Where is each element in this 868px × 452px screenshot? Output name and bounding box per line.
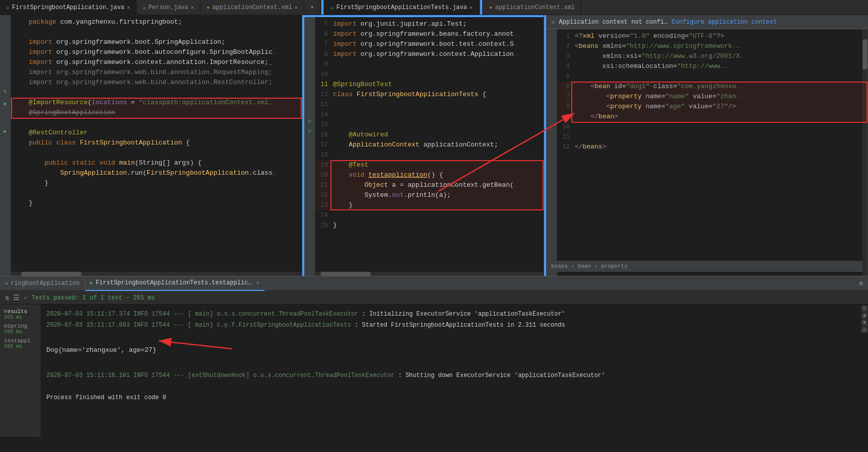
- warning-icon: ⚠: [551, 18, 555, 26]
- java-icon2: ☕: [143, 4, 146, 11]
- side-item-espring[interactable]: eSpring 265 ms: [0, 322, 40, 336]
- test-annotation-line: 19 @Test: [315, 160, 544, 170]
- test-method-line: 20 void testapplication() {: [315, 170, 544, 180]
- code-line: [11, 148, 302, 158]
- editor-panes: ⇅ ▶ ▶ package com.yangzhenxu.firstspring…: [0, 15, 868, 276]
- code-line: 2 <beans xmlns="http://www.springframewo…: [557, 41, 867, 51]
- code-line: 24: [315, 210, 544, 220]
- dog-output: Dog{name='zhangxue', age=27}: [46, 345, 156, 356]
- code-line: 15: [315, 120, 544, 130]
- bottom-tab-tests[interactable]: ▶ FirstSpringbootApplicationTests.testap…: [85, 276, 264, 291]
- code-line: }: [11, 198, 302, 208]
- getbean-line: 21 Object a = applicationContext.getBean…: [315, 180, 544, 190]
- close-tab4-btn[interactable]: ✕: [470, 5, 473, 11]
- list-icon[interactable]: ☰: [13, 293, 20, 302]
- code-line: import org.springframework.web.bind.anno…: [11, 78, 302, 88]
- code-line: 12 class FirstSpringbootApplicationTests…: [315, 90, 544, 100]
- import-resource-line: @ImportResource(locations = "classpath:a…: [11, 98, 302, 108]
- xml-icon2: ✦: [489, 4, 493, 11]
- code-line: 11 @SpringBootTest: [315, 80, 544, 90]
- code-line: import org.springframework.boot.SpringAp…: [11, 37, 302, 47]
- code-area-3: 1 <?xml version="1.0" encoding="UTF-8"?>…: [557, 29, 867, 276]
- check-icon: ✓: [24, 294, 27, 302]
- code-line: 14: [315, 110, 544, 120]
- code-line: 3 xmlns:xsi="http://www.w3.org/2001/X…: [557, 51, 867, 61]
- side-item-results[interactable]: results 265 ms: [0, 307, 40, 322]
- code-line: 1 <?xml version="1.0" encoding="UTF-8"?>: [557, 31, 867, 41]
- bottom-inner: results 265 ms eSpring 265 ms testappl 2…: [0, 305, 868, 437]
- gutter-2: ↻ ↻: [304, 17, 315, 276]
- close-tab-btn[interactable]: ✕: [127, 5, 130, 11]
- code-line: @RestController: [11, 128, 302, 138]
- scroll-indicator: [304, 15, 544, 17]
- tab-appcontext-xml2[interactable]: ✦ applicationContext.xml: [483, 0, 581, 15]
- code-area-2: 5 import org.junit.jupiter.api.Test; 6 i…: [315, 17, 544, 276]
- code-line: package com.yangzhenxu.firstspringboot;: [11, 17, 302, 27]
- close-bottom-tab-icon[interactable]: ✕: [5, 280, 8, 286]
- pane-divider2: [480, 0, 482, 15]
- scrollbar-h-2[interactable]: [315, 272, 544, 276]
- scrollbar-v-3[interactable]: [862, 29, 867, 276]
- tab-dropdown[interactable]: ▾: [304, 0, 320, 15]
- code-line: SpringApplication.run(FirstSpringbootApp…: [11, 168, 302, 178]
- scrollbar-h-1[interactable]: [11, 272, 302, 276]
- process-finished-line: Process finished with exit code 0: [46, 392, 862, 403]
- close-tab3-btn[interactable]: ✕: [295, 5, 298, 11]
- scroll-bottom-btn[interactable]: ⊥: [861, 327, 867, 333]
- code-line: [11, 88, 302, 98]
- console-line-1: 2020-07-03 15:11:17.374 INFO 17544 --- […: [46, 309, 862, 320]
- configure-link[interactable]: Configure application context: [672, 19, 777, 26]
- editor-pane-1: ⇅ ▶ ▶ package com.yangzhenxu.firstspring…: [0, 15, 302, 276]
- code-line: [11, 188, 302, 198]
- close-tab2-btn[interactable]: ✕: [191, 5, 194, 11]
- code-line: 12 </beans>: [557, 142, 867, 152]
- console-line-3: 2020-07-03 15:11:18.101 INFO 17544 --- […: [46, 370, 862, 381]
- side-panel: results 265 ms eSpring 265 ms testappl 2…: [0, 305, 40, 437]
- code-line: 7 import org.springframework.boot.test.c…: [315, 39, 544, 49]
- console-line-blank3: [46, 381, 862, 392]
- code-line: import org.springframework.context.annot…: [11, 57, 302, 67]
- code-line: 11: [557, 132, 867, 142]
- property-age-line: 8 <property name="age" value="27"/>: [557, 102, 867, 112]
- java-test-icon: ☕: [330, 4, 334, 11]
- gutter-1: ⇅ ▶ ▶: [0, 15, 11, 276]
- bottom-tab-ringboot[interactable]: ✕ ringbootApplication: [0, 276, 85, 291]
- run-icon: ▶: [90, 280, 93, 286]
- notification-bar: ⚠ Application context not confi… Configu…: [546, 15, 867, 29]
- tab-bar: ☕ FirstSpringbootApplication.java ✕ ☕ Pe…: [0, 0, 868, 15]
- property-name-line: 7 <property name="name" value="zhan…: [557, 92, 867, 102]
- console-line-blank2: [46, 359, 862, 370]
- code-line: 10: [315, 69, 544, 80]
- code-line: 17 ApplicationContext applicationContext…: [315, 140, 544, 150]
- notification-text: Application context not confi…: [559, 19, 667, 26]
- code-line: [11, 118, 302, 128]
- editor-pane-3: ⚠ Application context not confi… Configu…: [544, 15, 868, 276]
- bean-close-line: 9 </bean>: [557, 112, 867, 122]
- code-line: 5 import org.junit.jupiter.api.Test;: [315, 19, 544, 29]
- sort-icon[interactable]: ⇅: [5, 293, 9, 302]
- breadcrumb: beans › bean › property: [546, 261, 867, 272]
- xml-icon: ✦: [207, 4, 210, 11]
- tab-firstspringboot-java[interactable]: ☕ FirstSpringbootApplication.java ✕: [0, 0, 137, 15]
- tab-tests-java[interactable]: ☕ FirstSpringbootApplicationTests.java ✕: [324, 0, 479, 15]
- pane-divider: [321, 0, 323, 15]
- tests-pass-bar: ⇅ ☰ ✓ Tests passed: 1 of 1 test – 265 ms: [0, 291, 868, 305]
- code-line: 5: [557, 71, 867, 82]
- close-bottom-tab2-icon[interactable]: ✕: [256, 280, 259, 286]
- tab-person-java[interactable]: ☕ Person.java ✕: [137, 0, 201, 15]
- code-line: import org.springframework.boot.autoconf…: [11, 47, 302, 57]
- code-line: 8 import org.springframework.context.App…: [315, 49, 544, 59]
- springboot-app-line: @SpringBootApplication: [11, 108, 302, 118]
- code-line: 16 @Autowired: [315, 130, 544, 140]
- side-item-testappl[interactable]: testappl 265 ms: [0, 336, 40, 351]
- tab-appcontext-xml[interactable]: ✦ applicationContext.xml ✕: [201, 0, 304, 15]
- java-icon: ☕: [6, 4, 10, 11]
- code-line: import org.springframework.web.bind.anno…: [11, 67, 302, 78]
- code-line: 9: [315, 59, 544, 69]
- code-line: 25 }: [315, 220, 544, 231]
- console-scroll-controls: ⊤ ▲ ▼ ⊥: [861, 305, 868, 333]
- code-area-1: package com.yangzhenxu.firstspringboot; …: [11, 15, 302, 276]
- gutter-3: [546, 29, 557, 276]
- closing-brace-line: 23 }: [315, 200, 544, 210]
- settings-icon[interactable]: ⚙: [859, 279, 868, 287]
